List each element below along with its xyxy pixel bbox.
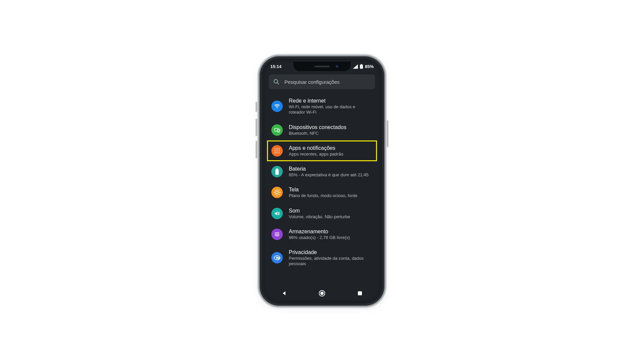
sound-icon <box>271 208 283 219</box>
side-button <box>387 120 388 147</box>
item-title: Dispositivos conectados <box>289 124 346 131</box>
side-button <box>256 119 257 136</box>
svg-rect-18 <box>275 169 279 175</box>
item-title: Apps e notificações <box>289 145 343 152</box>
svg-point-31 <box>276 257 278 259</box>
settings-item-connected-devices[interactable]: Dispositivos conectados Bluetooth, NFC <box>267 120 377 140</box>
side-button <box>256 141 257 158</box>
notch <box>293 62 351 71</box>
svg-point-11 <box>274 150 275 151</box>
wifi-icon <box>271 101 283 112</box>
item-subtitle: Wi-Fi, rede móvel, uso de dados e rotead… <box>289 104 371 115</box>
svg-point-10 <box>278 148 279 149</box>
item-subtitle: 85% - A expectativa é que dure até 21:45 <box>289 172 369 178</box>
status-time: 15:14 <box>270 64 281 69</box>
svg-point-12 <box>276 150 277 151</box>
item-subtitle: Plano de fundo, modo ocioso, fonte <box>289 193 358 198</box>
svg-point-15 <box>276 152 277 153</box>
svg-rect-17 <box>276 168 278 169</box>
settings-item-battery[interactable]: Bateria 85% - A expectativa é que dure a… <box>267 161 377 182</box>
nav-back-button[interactable] <box>278 288 290 299</box>
screen: 15:14 85% <box>265 62 379 300</box>
svg-point-13 <box>278 150 279 151</box>
storage-icon <box>271 229 283 240</box>
svg-line-27 <box>275 194 275 195</box>
item-title: Tela <box>289 186 358 193</box>
item-subtitle: Apps recentes, apps padrão <box>289 152 343 157</box>
devices-icon <box>271 124 283 136</box>
svg-point-2 <box>274 79 278 83</box>
signal-icon <box>353 64 358 69</box>
svg-line-26 <box>279 190 279 191</box>
svg-rect-32 <box>278 258 280 259</box>
svg-line-24 <box>275 190 275 191</box>
svg-point-8 <box>274 148 275 149</box>
svg-rect-1 <box>360 65 363 69</box>
settings-item-storage[interactable]: Armazenamento 96% usado(s) - 2,78 GB liv… <box>267 224 377 245</box>
search-placeholder: Pesquisar configurações <box>284 79 339 85</box>
svg-point-9 <box>276 148 277 149</box>
item-title: Som <box>289 207 350 214</box>
battery-icon <box>360 64 363 69</box>
svg-rect-6 <box>278 129 280 132</box>
item-subtitle: Permissões, atividade da conta, dados pe… <box>289 256 371 267</box>
svg-point-4 <box>277 108 278 109</box>
item-subtitle: 96% usado(s) - 2,78 GB livre(s) <box>289 235 350 240</box>
search-settings[interactable]: Pesquisar configurações <box>269 74 375 89</box>
svg-rect-35 <box>358 291 362 295</box>
svg-point-16 <box>278 152 279 153</box>
privacy-icon <box>271 252 283 263</box>
item-title: Rede e internet <box>289 98 371 104</box>
nav-home-button[interactable] <box>316 288 328 299</box>
svg-point-19 <box>276 191 278 194</box>
settings-item-display[interactable]: Tela Plano de fundo, modo ocioso, fonte <box>267 182 377 203</box>
svg-line-25 <box>279 194 279 195</box>
settings-item-sound[interactable]: Som Volume, vibração, Não perturbe <box>267 203 377 224</box>
svg-line-3 <box>277 83 279 84</box>
phone-frame: 15:14 85% <box>262 58 382 304</box>
item-title: Privacidade <box>289 249 371 256</box>
apps-icon <box>271 145 283 157</box>
status-battery-text: 85% <box>365 64 374 69</box>
settings-item-apps[interactable]: Apps e notificações Apps recentes, apps … <box>267 140 377 161</box>
item-subtitle: Volume, vibração, Não perturbe <box>289 214 350 220</box>
settings-item-network[interactable]: Rede e internet Wi-Fi, rede móvel, uso d… <box>267 93 377 120</box>
nav-recent-button[interactable] <box>354 288 366 299</box>
system-navbar <box>265 286 379 300</box>
battery-icon <box>271 166 283 177</box>
svg-rect-0 <box>361 64 362 65</box>
svg-point-14 <box>274 152 275 153</box>
svg-point-34 <box>320 292 324 295</box>
item-title: Bateria <box>289 166 369 172</box>
item-subtitle: Bluetooth, NFC <box>289 131 346 136</box>
side-button <box>256 102 257 112</box>
item-title: Armazenamento <box>289 228 350 235</box>
search-icon <box>273 78 280 85</box>
display-icon <box>271 187 283 198</box>
settings-item-privacy[interactable]: Privacidade Permissões, atividade da con… <box>267 245 377 271</box>
